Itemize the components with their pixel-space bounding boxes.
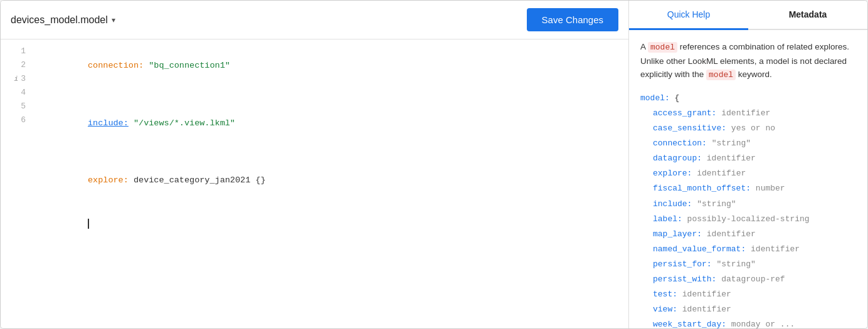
tab-quick-help-label: Quick Help bbox=[667, 9, 710, 19]
ref-opener: model: { bbox=[640, 91, 856, 106]
ref-map-layer: map_layer: identifier bbox=[640, 227, 856, 242]
code-line-4 bbox=[37, 145, 628, 160]
kw-explore: explore: bbox=[88, 175, 129, 185]
info-icon: i bbox=[14, 73, 19, 85]
ref-access-grant: access_grant: identifier bbox=[640, 106, 856, 121]
ref-label: label: possibly-localized-string bbox=[640, 212, 856, 227]
code-line-2 bbox=[37, 88, 628, 102]
ref-datagroup: datagroup: identifier bbox=[640, 151, 856, 166]
ref-fiscal-month-offset: fiscal_month_offset: number bbox=[640, 181, 856, 196]
tab-metadata-label: Metadata bbox=[789, 9, 827, 19]
line-numbers: 1 2 i 3 4 5 6 bbox=[1, 44, 32, 323]
line-num-4: 4 bbox=[7, 86, 26, 100]
ref-persist-for: persist_for: "string" bbox=[640, 257, 856, 272]
line-num-3: i 3 bbox=[7, 72, 26, 86]
ref-week-start-day: week_start_day: monday or ... bbox=[640, 317, 856, 328]
code-line-6 bbox=[37, 202, 628, 246]
file-title[interactable]: devices_model.model ▾ bbox=[11, 14, 115, 26]
inline-code-model1: model bbox=[648, 42, 677, 53]
str-bq-connection: "bq_connection1" bbox=[149, 61, 230, 70]
file-name: devices_model.model bbox=[11, 14, 108, 26]
help-reference: model: { access_grant: identifier case_s… bbox=[640, 91, 856, 328]
inline-code-model2: model bbox=[706, 70, 736, 80]
ref-view: view: identifier bbox=[640, 302, 856, 317]
tab-metadata[interactable]: Metadata bbox=[748, 1, 867, 29]
kw-include: include: bbox=[88, 118, 129, 128]
help-panel: Quick Help Metadata A model references a… bbox=[629, 1, 867, 328]
code-line-3: include: "/views/*.view.lkml" bbox=[37, 102, 628, 145]
line-num-1: 1 bbox=[7, 44, 26, 58]
ref-case-sensitive: case_sensitive: yes or no bbox=[640, 121, 856, 136]
main-container: devices_model.model ▾ Save Changes 1 2 i… bbox=[0, 0, 868, 329]
ref-test: test: identifier bbox=[640, 287, 856, 302]
save-changes-button[interactable]: Save Changes bbox=[527, 8, 618, 31]
code-content[interactable]: connection: "bq_connection1" include: "/… bbox=[32, 44, 628, 323]
kw-connection: connection: bbox=[88, 61, 144, 70]
ref-explore: explore: identifier bbox=[640, 166, 856, 181]
code-line-1: connection: "bq_connection1" bbox=[37, 44, 628, 88]
ref-persist-with: persist_with: datagroup-ref bbox=[640, 272, 856, 287]
help-description: A model references a combination of rela… bbox=[640, 40, 856, 82]
line-num-6: 6 bbox=[7, 113, 26, 127]
line-num-2: 2 bbox=[7, 58, 26, 72]
ref-include: include: "string" bbox=[640, 197, 856, 212]
line-num-5: 5 bbox=[7, 100, 26, 113]
quick-help-content: A model references a combination of rela… bbox=[629, 30, 867, 328]
ref-connection: connection: "string" bbox=[640, 136, 856, 151]
text-cursor bbox=[88, 219, 89, 229]
editor-panel: devices_model.model ▾ Save Changes 1 2 i… bbox=[1, 1, 629, 328]
tabs-bar: Quick Help Metadata bbox=[629, 1, 867, 30]
str-include-path: "/views/*.view.lkml" bbox=[134, 118, 235, 128]
code-line-5: explore: device_category_jan2021 {} bbox=[37, 160, 628, 203]
dropdown-arrow-icon: ▾ bbox=[112, 16, 115, 24]
tab-quick-help[interactable]: Quick Help bbox=[629, 1, 748, 30]
ref-named-value-format: named_value_format: identifier bbox=[640, 242, 856, 257]
code-editor[interactable]: 1 2 i 3 4 5 6 connection: "bq_connection… bbox=[1, 39, 628, 328]
editor-header: devices_model.model ▾ Save Changes bbox=[1, 1, 628, 39]
